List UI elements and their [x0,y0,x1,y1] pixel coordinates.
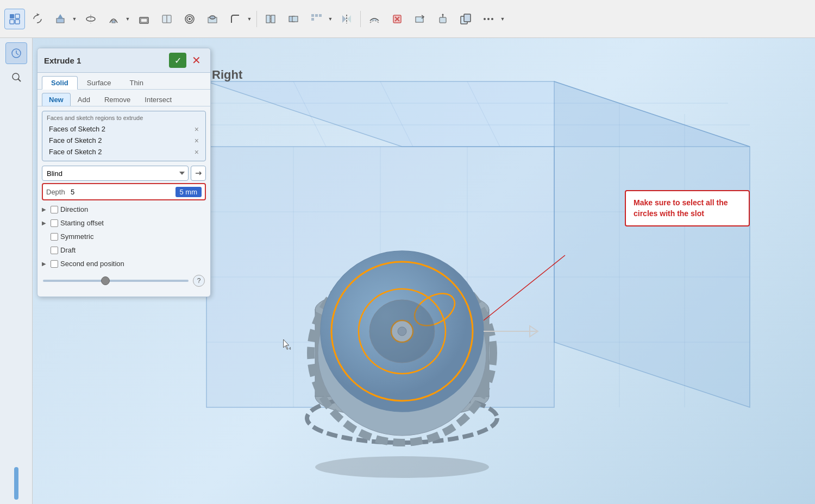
svg-marker-29 [347,15,351,23]
depth-value: 5 mm [175,187,202,197]
direction-row[interactable]: ▶ Direction [37,203,210,216]
tab-remove[interactable]: Remove [97,93,137,106]
thicken-button[interactable] [364,9,385,29]
face-item-1[interactable]: Faces of Sketch 2 × [47,123,201,135]
direction-checkbox[interactable] [51,206,58,213]
svg-point-41 [491,18,493,20]
pattern-button[interactable] [306,9,327,29]
svg-line-44 [16,53,18,55]
revolve-button[interactable] [80,9,101,29]
home-button[interactable] [4,9,25,29]
svg-point-39 [484,18,486,20]
pattern-dropdown[interactable]: ▼ [327,9,334,29]
draft-row[interactable]: ▶ Draft [37,243,210,257]
fillet-dropdown[interactable]: ▼ [246,9,253,29]
tab-solid[interactable]: Solid [42,76,78,90]
sweep-button[interactable] [103,9,124,29]
flip-direction-button[interactable] [191,166,206,181]
replace-face-button[interactable] [410,9,430,29]
hole-button[interactable] [202,9,223,29]
panel-title: Extrude 1 [44,56,81,65]
depth-row: Depth 5 mm [42,183,206,200]
svg-rect-26 [311,18,314,21]
slider-thumb[interactable] [101,276,110,285]
second-end-expand-icon: ▶ [42,261,48,267]
symmetric-label: Symmetric [60,232,93,241]
inspect-button[interactable] [5,66,27,88]
extrude-group: ▼ [50,9,78,29]
sep1 [256,11,257,27]
tab-surface[interactable]: Surface [78,76,121,89]
right-label: Right [212,68,242,82]
sep2 [360,11,361,27]
extrude-dropdown[interactable]: ▼ [71,9,78,29]
more-button[interactable] [478,9,499,29]
tab-thin[interactable]: Thin [121,76,153,89]
svg-rect-38 [464,14,471,22]
rotate-button[interactable] [27,9,48,29]
second-end-row[interactable]: ▶ Second end position [37,257,210,270]
face-item-1-remove[interactable]: × [195,125,199,133]
more-group: ▼ [478,9,506,29]
svg-rect-2 [10,20,14,24]
svg-rect-19 [271,15,275,23]
svg-line-53 [380,81,413,147]
copy-body-button[interactable] [455,9,476,29]
extrude-panel: Extrude 1 ✓ ✕ Solid Surface Thin New Add… [37,48,211,297]
starting-offset-label: Starting offset [60,219,104,227]
more-dropdown[interactable]: ▼ [499,9,506,29]
second-end-checkbox[interactable] [51,260,58,268]
combine-button[interactable] [283,9,304,29]
face-item-3-remove[interactable]: × [195,148,199,156]
mirror-button[interactable] [336,9,357,29]
svg-marker-36 [442,14,444,15]
cancel-button[interactable]: ✕ [189,53,204,68]
svg-rect-3 [15,20,20,24]
fillet-group: ▼ [225,9,253,29]
split-button[interactable] [260,9,281,29]
type-row: Blind To Next To Face To Body Through Al… [42,166,206,181]
panel-header: Extrude 1 ✓ ✕ [37,48,210,73]
tab-intersect[interactable]: Intersect [137,93,179,106]
face-item-2[interactable]: Face of Sketch 2 × [47,135,201,146]
depth-label: Depth [46,188,71,196]
draft-checkbox[interactable] [51,247,58,254]
rib-button[interactable] [156,9,177,29]
fillet-button[interactable] [225,9,246,29]
symmetric-checkbox[interactable] [51,233,58,241]
starting-offset-row[interactable]: ▶ Starting offset [37,216,210,230]
face-item-2-remove[interactable]: × [195,137,199,144]
direction-label: Direction [60,205,88,213]
tab-add[interactable]: Add [71,93,97,106]
face-item-3-label: Face of Sketch 2 [49,148,102,156]
svg-rect-25 [319,14,322,17]
coil-button[interactable] [179,9,200,29]
svg-point-15 [189,18,191,20]
pattern-group: ▼ [306,9,334,29]
sweep-dropdown[interactable]: ▼ [124,9,131,29]
svg-rect-1 [15,14,20,18]
symmetric-row[interactable]: ▶ Symmetric [37,230,210,243]
depth-input[interactable] [71,188,175,196]
starting-offset-expand-icon: ▶ [42,220,48,226]
type-tabs: Solid Surface Thin [37,73,210,90]
scroll-indicator [14,467,18,500]
delete-face-button[interactable] [387,9,408,29]
extrude-button[interactable] [50,9,71,29]
starting-offset-checkbox[interactable] [51,219,58,227]
gear-model [239,201,609,483]
svg-rect-23 [311,14,314,17]
help-button[interactable]: ? [193,275,205,287]
svg-point-40 [487,18,490,20]
history-button[interactable] [5,42,27,64]
face-item-3[interactable]: Face of Sketch 2 × [47,146,201,158]
panel-actions: ✓ ✕ [169,53,204,68]
svg-line-46 [18,79,21,81]
slider-track[interactable] [43,280,189,282]
tab-new[interactable]: New [42,93,71,106]
svg-rect-10 [141,18,147,22]
move-body-button[interactable] [432,9,453,29]
type-select[interactable]: Blind To Next To Face To Body Through Al… [42,166,189,181]
confirm-button[interactable]: ✓ [169,53,186,68]
shell-button[interactable] [134,9,154,29]
